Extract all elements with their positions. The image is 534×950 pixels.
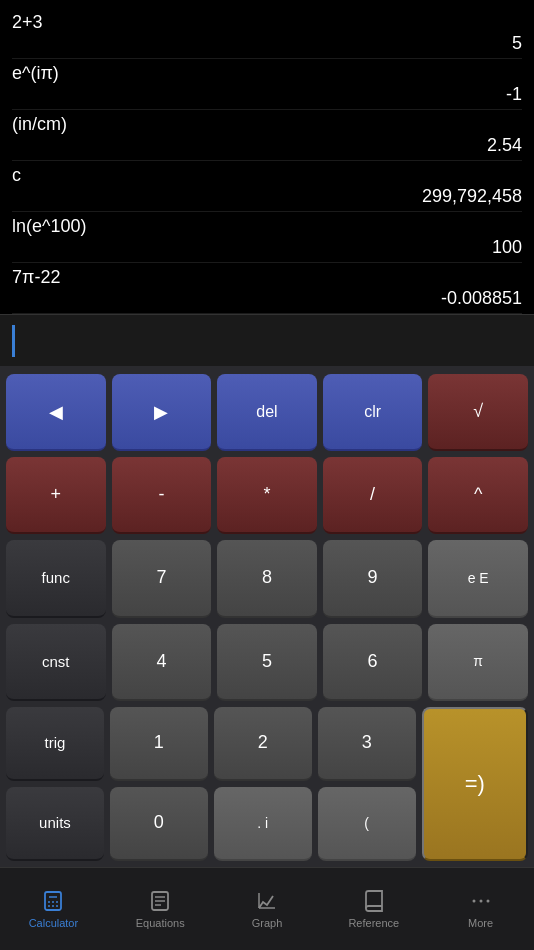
svg-point-14 [472,900,475,903]
key-equals[interactable]: =) [422,707,528,861]
key-seven[interactable]: 7 [112,540,212,617]
history-result: -1 [12,84,522,105]
history-result: 299,792,458 [12,186,522,207]
key-nine[interactable]: 9 [323,540,423,617]
svg-point-2 [48,901,50,903]
history-expr: 7π-22 [12,267,522,288]
nav-label-graph: Graph [252,917,283,929]
more-icon [469,889,493,913]
history-entry: (in/cm)2.54 [12,110,522,161]
history-result: 5 [12,33,522,54]
nav-item-more[interactable]: More [427,868,534,950]
key-dot-i[interactable]: . i [214,787,312,861]
key-row: func789e E [6,540,528,617]
svg-point-4 [56,901,58,903]
key-clear[interactable]: clr [323,374,423,451]
history-entry: 7π-22-0.008851 [12,263,522,314]
history-entry: ln(e^100)100 [12,212,522,263]
nav-label-calculator: Calculator [29,917,79,929]
key-multiply[interactable]: * [217,457,317,534]
history-result: -0.008851 [12,288,522,309]
key-two[interactable]: 2 [214,707,312,781]
key-units[interactable]: units [6,787,104,861]
key-eight[interactable]: 8 [217,540,317,617]
key-pi[interactable]: π [428,624,528,701]
key-three[interactable]: 3 [318,707,416,781]
history-expr: (in/cm) [12,114,522,135]
key-cnst[interactable]: cnst [6,624,106,701]
svg-point-5 [48,905,50,907]
svg-point-15 [479,900,482,903]
key-row: ◀▶delclr√ [6,374,528,451]
key-row: cnst456π [6,624,528,701]
history-result: 100 [12,237,522,258]
calculator-icon [41,889,65,913]
history-entry: c299,792,458 [12,161,522,212]
key-minus[interactable]: - [112,457,212,534]
key-plus[interactable]: + [6,457,106,534]
history-panel: 2+35e^(iπ)-1(in/cm)2.54c299,792,458ln(e^… [0,0,534,314]
key-func[interactable]: func [6,540,106,617]
history-expr: 2+3 [12,12,522,33]
key-five[interactable]: 5 [217,624,317,701]
key-right-arrow[interactable]: ▶ [112,374,212,451]
nav-label-equations: Equations [136,917,185,929]
key-row: trig123 [6,707,416,781]
graph-icon [255,889,279,913]
equations-icon [148,889,172,913]
key-delete[interactable]: del [217,374,317,451]
svg-point-7 [56,905,58,907]
key-left-arrow[interactable]: ◀ [6,374,106,451]
key-open-paren[interactable]: ( [318,787,416,861]
history-expr: ln(e^100) [12,216,522,237]
history-entry: 2+35 [12,8,522,59]
svg-point-6 [52,905,54,907]
svg-point-3 [52,901,54,903]
key-six[interactable]: 6 [323,624,423,701]
input-line[interactable] [0,314,534,366]
text-cursor [12,325,15,357]
history-entry: e^(iπ)-1 [12,59,522,110]
nav-label-more: More [468,917,493,929]
key-four[interactable]: 4 [112,624,212,701]
nav-label-reference: Reference [348,917,399,929]
bottom-nav: Calculator Equations Graph Reference Mor… [0,867,534,950]
last-two-rows: trig123units0. i(=) [6,707,528,861]
keyboard: ◀▶delclr√+-*/^func789e Ecnst456πtrig123u… [0,366,534,867]
key-zero[interactable]: 0 [110,787,208,861]
nav-item-calculator[interactable]: Calculator [0,868,107,950]
key-one[interactable]: 1 [110,707,208,781]
history-expr: e^(iπ) [12,63,522,84]
key-divide[interactable]: / [323,457,423,534]
history-result: 2.54 [12,135,522,156]
nav-item-graph[interactable]: Graph [214,868,321,950]
reference-icon [362,889,386,913]
key-power[interactable]: ^ [428,457,528,534]
key-row: +-*/^ [6,457,528,534]
key-sqrt[interactable]: √ [428,374,528,451]
nav-item-equations[interactable]: Equations [107,868,214,950]
key-trig[interactable]: trig [6,707,104,781]
key-eE[interactable]: e E [428,540,528,617]
svg-point-16 [486,900,489,903]
history-expr: c [12,165,522,186]
nav-item-reference[interactable]: Reference [320,868,427,950]
key-row: units0. i( [6,787,416,861]
